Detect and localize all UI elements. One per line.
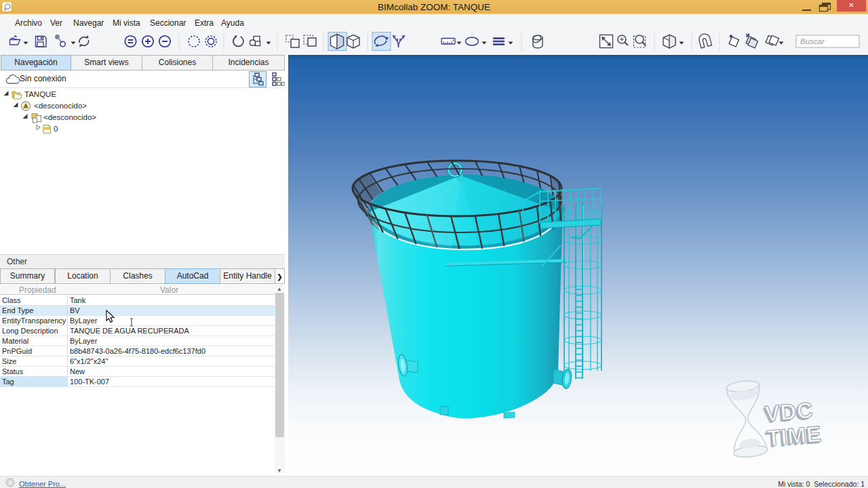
svg-text:TIME: TIME xyxy=(766,421,823,451)
svg-text:Buscar: Buscar xyxy=(800,37,825,45)
svg-text:A: A xyxy=(24,104,28,108)
